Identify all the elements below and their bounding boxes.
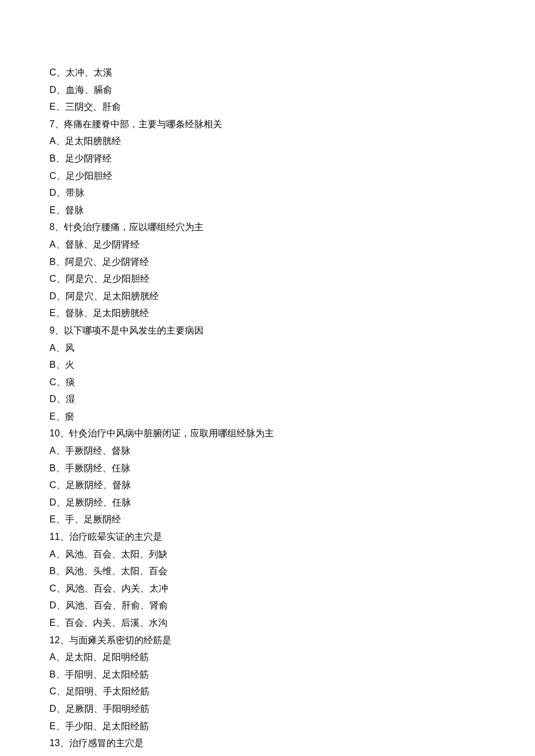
text-line: E、督脉、足太阳膀胱经 [49,304,486,322]
line-text: 足太阳膀胱经 [65,136,121,146]
line-text: 火 [65,360,74,370]
line-text: 针灸治疗腰痛，应以哪组经穴为主 [64,222,204,232]
text-line: E、手、足厥阴经 [49,511,486,528]
line-text: 疼痛在腰脊中部，主要与哪条经脉相关 [64,119,222,129]
line-label: 10、 [49,428,69,438]
line-label: C、 [49,377,66,387]
line-label: E、 [49,721,65,731]
line-text: 瘀 [65,411,74,421]
text-line: B、阿是穴、足少阴肾经 [49,253,486,271]
line-label: B、 [49,463,65,473]
text-line: A、风池、百会、太阳、列缺 [49,546,486,563]
line-label: A、 [49,239,65,249]
line-text: 三阴交、肝俞 [65,102,121,112]
text-line: 13、治疗感冒的主穴是 [49,734,486,752]
line-text: 手厥阴经、督脉 [65,446,130,456]
text-line: 9、以下哪项不是中风发生的主要病因 [49,322,486,339]
line-label: A、 [49,549,65,559]
line-label: C、 [49,583,66,593]
line-label: D、 [49,497,66,507]
text-line: B、风池、头维、太阳、百会 [49,562,486,580]
line-label: 13、 [49,738,69,748]
line-label: 11、 [49,532,69,542]
line-label: 9、 [49,325,64,335]
line-label: E、 [49,411,65,421]
line-label: B、 [49,153,65,163]
line-text: 风 [65,343,74,353]
line-text: 手阳明、足太阳经筋 [65,669,149,679]
line-label: D、 [49,394,66,404]
text-line: D、足厥阴、手阳明经筋 [49,700,486,718]
line-label: 12、 [49,635,69,645]
text-line: A、足太阳膀胱经 [49,132,486,150]
line-text: 手厥阴经、任脉 [65,463,130,473]
line-text: 阿是穴、足少阴肾经 [65,257,149,267]
line-label: E、 [49,308,65,318]
text-line: C、太冲、太溪 [49,64,486,81]
text-line: D、风池、百会、肝俞、肾俞 [49,597,486,614]
line-text: 阿是穴、足少阳胆经 [66,274,149,284]
line-text: 风池、头维、太阳、百会 [65,566,167,576]
text-line: C、风池、百会、内关、太冲 [49,580,486,597]
text-line: C、阿是穴、足少阳胆经 [49,270,486,288]
line-text: 百会、内关、后溪、水沟 [65,618,167,628]
text-line: E、督脉 [49,202,486,219]
line-text: 阿是穴、足太阳膀胱经 [66,291,159,301]
text-line: 11、治疗眩晕实证的主穴是 [49,528,486,546]
line-label: E、 [49,102,65,112]
text-line: 12、与面瘫关系密切的经筋是 [49,632,486,649]
line-text: 治疗感冒的主穴是 [69,738,144,748]
line-text: 足阳明、手太阳经筋 [66,686,149,696]
line-label: D、 [49,188,66,198]
line-text: 足太阳、足阳明经筋 [65,652,149,662]
text-line: A、督脉、足少阴肾经 [49,236,486,253]
text-line: 8、针灸治疗腰痛，应以哪组经穴为主 [49,218,486,236]
line-text: 足少阳胆经 [66,171,112,181]
text-line: B、手阳明、足太阳经筋 [49,666,486,683]
line-text: 痰 [66,377,75,387]
line-label: B、 [49,669,65,679]
line-label: E、 [49,205,65,215]
line-text: 足厥阴经、督脉 [66,480,131,490]
text-line: 10、针灸治疗中风病中脏腑闭证，应取用哪组经脉为主 [49,425,486,442]
line-text: 带脉 [66,188,84,198]
line-text: 风池、百会、肝俞、肾俞 [66,600,168,610]
line-label: B、 [49,566,65,576]
line-text: 督脉 [65,205,84,215]
line-label: C、 [49,480,66,490]
line-text: 足少阴肾经 [65,153,112,163]
line-label: C、 [49,274,66,284]
line-label: A、 [49,136,65,146]
line-text: 太冲、太溪 [66,67,112,77]
text-line: D、阿是穴、足太阳膀胱经 [49,288,486,305]
line-text: 针灸治疗中风病中脏腑闭证，应取用哪组经脉为主 [69,428,274,438]
text-line: A、手厥阴经、督脉 [49,442,486,460]
text-line: E、三阴交、肝俞 [49,98,486,116]
line-label: A、 [49,652,65,662]
text-line: D、带脉 [49,184,486,202]
line-label: C、 [49,67,66,77]
line-label: B、 [49,257,65,267]
line-label: D、 [49,704,66,714]
line-text: 治疗眩晕实证的主穴是 [69,532,162,542]
text-line: 7、疼痛在腰脊中部，主要与哪条经脉相关 [49,116,486,133]
line-text: 手、足厥阴经 [65,514,121,524]
line-label: D、 [49,85,66,95]
text-line: C、足少阳胆经 [49,167,486,185]
line-text: 以下哪项不是中风发生的主要病因 [64,325,204,335]
line-label: C、 [49,171,66,181]
line-text: 手少阳、足太阳经筋 [65,721,149,731]
text-line: B、足少阴肾经 [49,150,486,167]
line-label: C、 [49,686,66,696]
text-line: C、痰 [49,374,486,391]
text-line: D、足厥阴经、任脉 [49,494,486,511]
line-label: 8、 [49,222,64,232]
text-line: C、足厥阴经、督脉 [49,476,486,494]
text-line: B、火 [49,356,486,374]
line-label: 7、 [49,119,64,129]
text-line: E、百会、内关、后溪、水沟 [49,614,486,632]
line-label: A、 [49,446,65,456]
line-label: A、 [49,343,65,353]
document-content: C、太冲、太溪D、血海、膈俞E、三阴交、肝俞7、疼痛在腰脊中部，主要与哪条经脉相… [49,64,486,752]
line-label: D、 [49,291,66,301]
